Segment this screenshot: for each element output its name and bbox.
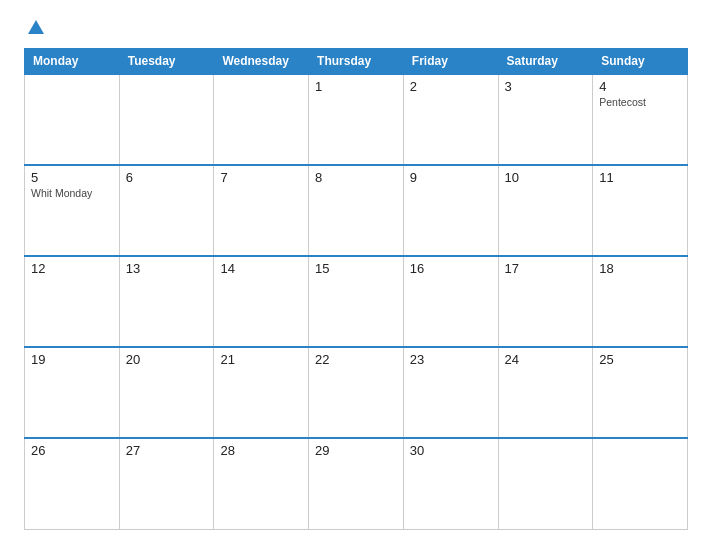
calendar-cell: 18 [593,256,688,347]
day-number: 24 [505,352,587,367]
calendar-cell: 26 [25,438,120,529]
calendar-cell: 6 [119,165,214,256]
logo-triangle-icon [28,20,44,34]
calendar-cell: 10 [498,165,593,256]
weekday-header-tuesday: Tuesday [119,49,214,75]
day-number: 14 [220,261,302,276]
day-number: 25 [599,352,681,367]
calendar-cell: 3 [498,74,593,165]
logo-blue [24,20,44,34]
calendar-cell: 21 [214,347,309,438]
calendar-cell: 22 [309,347,404,438]
weekday-header-thursday: Thursday [309,49,404,75]
calendar-cell: 1 [309,74,404,165]
day-number: 15 [315,261,397,276]
day-number: 16 [410,261,492,276]
calendar-cell: 25 [593,347,688,438]
calendar-cell: 14 [214,256,309,347]
day-number: 29 [315,443,397,458]
calendar-cell [119,74,214,165]
day-number: 5 [31,170,113,185]
day-number: 10 [505,170,587,185]
calendar-cell [498,438,593,529]
day-number: 3 [505,79,587,94]
calendar-cell: 29 [309,438,404,529]
calendar-cell: 11 [593,165,688,256]
calendar-cell: 13 [119,256,214,347]
calendar-cell: 30 [403,438,498,529]
day-number: 11 [599,170,681,185]
weekday-header-sunday: Sunday [593,49,688,75]
day-number: 4 [599,79,681,94]
calendar-cell: 16 [403,256,498,347]
weekday-header-monday: Monday [25,49,120,75]
calendar-week-row: 1234Pentecost [25,74,688,165]
header [24,20,688,34]
day-number: 18 [599,261,681,276]
calendar-cell: 9 [403,165,498,256]
day-number: 21 [220,352,302,367]
weekday-header-row: MondayTuesdayWednesdayThursdayFridaySatu… [25,49,688,75]
calendar-week-row: 2627282930 [25,438,688,529]
calendar-cell: 24 [498,347,593,438]
calendar-cell: 20 [119,347,214,438]
weekday-header-wednesday: Wednesday [214,49,309,75]
calendar-cell [214,74,309,165]
calendar-table: MondayTuesdayWednesdayThursdayFridaySatu… [24,48,688,530]
calendar-week-row: 19202122232425 [25,347,688,438]
day-event: Whit Monday [31,187,113,199]
day-number: 2 [410,79,492,94]
day-number: 26 [31,443,113,458]
calendar-cell: 4Pentecost [593,74,688,165]
calendar-week-row: 5Whit Monday67891011 [25,165,688,256]
calendar-cell: 12 [25,256,120,347]
day-number: 9 [410,170,492,185]
logo [24,20,44,34]
day-number: 23 [410,352,492,367]
calendar-cell: 2 [403,74,498,165]
calendar-cell: 7 [214,165,309,256]
weekday-header-saturday: Saturday [498,49,593,75]
day-number: 6 [126,170,208,185]
day-number: 30 [410,443,492,458]
day-number: 17 [505,261,587,276]
calendar-cell: 28 [214,438,309,529]
calendar-cell: 5Whit Monday [25,165,120,256]
day-number: 19 [31,352,113,367]
day-number: 8 [315,170,397,185]
day-number: 20 [126,352,208,367]
weekday-header-friday: Friday [403,49,498,75]
calendar-cell: 17 [498,256,593,347]
day-number: 1 [315,79,397,94]
calendar-cell [593,438,688,529]
calendar-cell: 19 [25,347,120,438]
calendar-cell [25,74,120,165]
day-event: Pentecost [599,96,681,108]
day-number: 28 [220,443,302,458]
calendar-cell: 15 [309,256,404,347]
calendar-cell: 8 [309,165,404,256]
day-number: 27 [126,443,208,458]
calendar-week-row: 12131415161718 [25,256,688,347]
day-number: 13 [126,261,208,276]
day-number: 22 [315,352,397,367]
calendar-cell: 27 [119,438,214,529]
day-number: 12 [31,261,113,276]
calendar-cell: 23 [403,347,498,438]
day-number: 7 [220,170,302,185]
